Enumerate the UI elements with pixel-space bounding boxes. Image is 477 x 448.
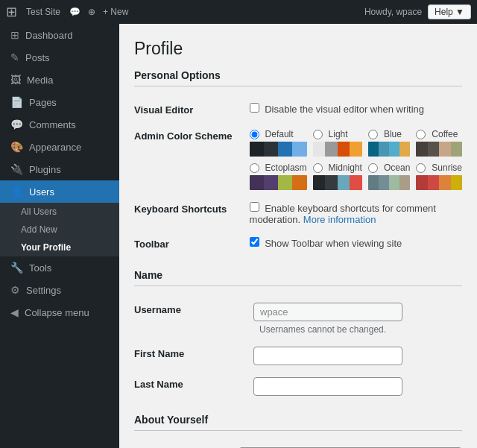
- first-name-label: First Name: [134, 341, 253, 371]
- sidebar-item-collapse[interactable]: ◀ Collapse menu: [0, 301, 119, 324]
- color-scheme-ocean[interactable]: Ocean: [368, 163, 410, 190]
- color-scheme-light-radio[interactable]: [313, 130, 323, 139]
- color-scheme-midnight-radio[interactable]: [313, 163, 323, 173]
- color-scheme-ectoplasm-radio[interactable]: [250, 163, 259, 173]
- sidebar-label: Pages: [29, 97, 57, 108]
- color-scheme-midnight-label[interactable]: Midnight: [313, 163, 362, 173]
- color-scheme-grid: Default Light: [250, 129, 462, 190]
- color-scheme-default-radio[interactable]: [250, 130, 259, 139]
- sidebar-label: Tools: [29, 262, 51, 274]
- sidebar: ⊞ Dashboard ✎ Posts 🖼 Media 📄 Pages 💬 Co…: [0, 24, 119, 448]
- visual-editor-checkbox-label: Disable the visual editor when writing: [265, 104, 424, 115]
- sidebar-item-appearance[interactable]: 🎨 Appearance: [0, 136, 119, 158]
- media-icon: 🖼: [10, 74, 21, 86]
- last-name-input[interactable]: [253, 377, 402, 396]
- color-scheme-sunrise-radio[interactable]: [416, 163, 426, 173]
- appearance-icon: 🎨: [10, 141, 23, 153]
- visual-editor-field[interactable]: Disable the visual editor when writing: [250, 104, 425, 115]
- sidebar-label: Media: [27, 75, 53, 86]
- username-input: [253, 303, 402, 321]
- sidebar-sub-add-new[interactable]: Add New: [0, 221, 119, 239]
- settings-icon: ⚙: [10, 284, 20, 296]
- more-info-link[interactable]: More information: [303, 214, 376, 225]
- sidebar-item-posts[interactable]: ✎ Posts: [0, 46, 119, 69]
- updates-icon[interactable]: ⊕: [88, 7, 95, 17]
- color-scheme-midnight[interactable]: Midnight: [313, 163, 362, 190]
- color-scheme-ectoplasm[interactable]: Ectoplasm: [250, 163, 307, 190]
- wp-logo-icon[interactable]: ⊞: [6, 4, 17, 20]
- visual-editor-row: Visual Editor Disable the visual editor …: [134, 97, 462, 123]
- color-scheme-blue[interactable]: Blue: [368, 129, 410, 157]
- color-scheme-row: Admin Color Scheme Default: [134, 123, 462, 196]
- color-swatch-midnight: [313, 175, 362, 190]
- color-scheme-ectoplasm-label[interactable]: Ectoplasm: [250, 163, 307, 173]
- sidebar-item-dashboard[interactable]: ⊞ Dashboard: [0, 24, 119, 46]
- keyboard-shortcuts-checkbox[interactable]: [250, 202, 259, 212]
- about-table: Biographical Info Share a little biograp…: [134, 441, 462, 448]
- sidebar-item-tools[interactable]: 🔧 Tools: [0, 256, 119, 279]
- new-content[interactable]: + New: [103, 7, 128, 17]
- sidebar-item-settings[interactable]: ⚙ Settings: [0, 279, 119, 301]
- sidebar-menu: ⊞ Dashboard ✎ Posts 🖼 Media 📄 Pages 💬 Co…: [0, 24, 119, 324]
- comments-sidebar-icon: 💬: [10, 119, 23, 130]
- keyboard-shortcuts-field[interactable]: Enable keyboard shortcuts for comment mo…: [250, 203, 436, 225]
- plugins-icon: 🔌: [10, 163, 23, 175]
- section-personal-options: Personal Options Visual Editor Disable t…: [134, 69, 462, 257]
- toolbar-label: Toolbar: [134, 231, 250, 257]
- site-name[interactable]: Test Site: [26, 7, 60, 17]
- color-scheme-default[interactable]: Default: [250, 129, 307, 157]
- color-scheme-blue-radio[interactable]: [368, 130, 378, 139]
- username-row: Username Usernames cannot be changed.: [134, 297, 462, 341]
- tools-icon: 🔧: [10, 262, 23, 274]
- comments-icon[interactable]: 💬: [69, 7, 80, 17]
- section-about: About Yourself Biographical Info Share a…: [134, 414, 462, 448]
- toolbar-row: Toolbar Show Toolbar when viewing site: [134, 231, 462, 257]
- sidebar-label: Dashboard: [25, 30, 73, 41]
- users-icon: 👤: [10, 186, 23, 198]
- sidebar-label: Settings: [26, 285, 61, 296]
- top-bar-icons: 💬 ⊕ + New: [69, 7, 128, 17]
- toolbar-field[interactable]: Show Toolbar when viewing site: [250, 238, 402, 249]
- help-button[interactable]: Help ▼: [428, 4, 471, 19]
- sidebar-item-comments[interactable]: 💬 Comments: [0, 113, 119, 136]
- color-scheme-coffee-label[interactable]: Coffee: [416, 129, 462, 139]
- color-scheme-coffee[interactable]: Coffee: [416, 129, 462, 157]
- color-scheme-light-label[interactable]: Light: [313, 129, 362, 139]
- bio-label: Biographical Info: [134, 441, 238, 448]
- sidebar-label: Appearance: [29, 142, 81, 153]
- keyboard-shortcuts-label: Keyboard Shortcuts: [134, 196, 250, 231]
- color-swatch-ocean: [368, 175, 410, 190]
- section-name: Name Username Usernames cannot be change…: [134, 269, 462, 402]
- posts-icon: ✎: [10, 51, 19, 63]
- sidebar-item-pages[interactable]: 📄 Pages: [0, 91, 119, 113]
- color-swatch-default: [250, 142, 307, 157]
- color-scheme-coffee-radio[interactable]: [416, 130, 426, 139]
- toolbar-checkbox[interactable]: [250, 237, 259, 247]
- color-scheme-sunrise[interactable]: Sunrise: [416, 163, 462, 190]
- sidebar-sub-all-users[interactable]: All Users: [0, 203, 119, 221]
- visual-editor-checkbox[interactable]: [250, 103, 259, 113]
- sidebar-sub-your-profile[interactable]: Your Profile: [0, 239, 119, 256]
- sidebar-item-media[interactable]: 🖼 Media: [0, 69, 119, 91]
- sidebar-label: Posts: [25, 52, 50, 63]
- last-name-row: Last Name: [134, 371, 462, 402]
- bio-row: Biographical Info Share a little biograp…: [134, 441, 462, 448]
- pages-icon: 📄: [10, 96, 23, 108]
- color-swatch-coffee: [416, 142, 462, 157]
- sidebar-label: Plugins: [29, 164, 61, 175]
- first-name-input[interactable]: [253, 347, 402, 365]
- color-scheme-blue-label[interactable]: Blue: [368, 129, 410, 139]
- color-scheme-default-label[interactable]: Default: [250, 129, 307, 139]
- color-swatch-ectoplasm: [250, 175, 307, 190]
- color-scheme-ocean-label[interactable]: Ocean: [368, 163, 410, 173]
- sidebar-label: Comments: [29, 119, 76, 130]
- top-bar: ⊞ Test Site 💬 ⊕ + New Howdy, wpace Help …: [0, 0, 477, 24]
- color-scheme-sunrise-label[interactable]: Sunrise: [416, 163, 462, 173]
- sidebar-item-plugins[interactable]: 🔌 Plugins: [0, 158, 119, 180]
- first-name-row: First Name: [134, 341, 462, 371]
- color-scheme-light[interactable]: Light: [313, 129, 362, 157]
- last-name-label: Last Name: [134, 371, 253, 402]
- color-scheme-ocean-radio[interactable]: [368, 163, 378, 173]
- username-label: Username: [134, 297, 253, 341]
- sidebar-item-users[interactable]: 👤 Users: [0, 180, 119, 203]
